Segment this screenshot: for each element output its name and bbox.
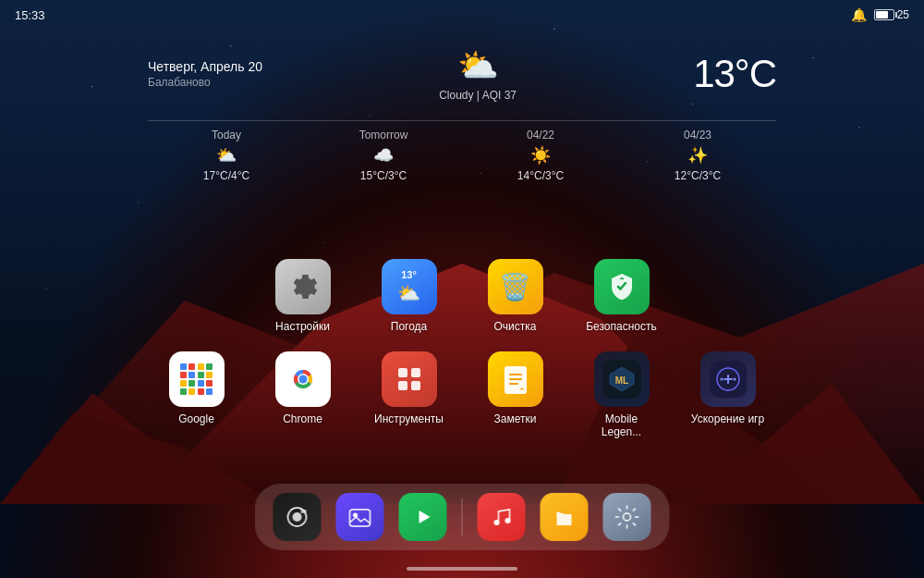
battery-bar xyxy=(874,9,894,20)
app-cleaner[interactable]: 🗑️ Очистка xyxy=(479,259,553,333)
weather-condition: Cloudy | AQI 37 xyxy=(439,89,517,102)
forecast-label-0422: 04/22 xyxy=(527,129,554,141)
app-weather[interactable]: 13° ⛅ Погода xyxy=(372,259,446,333)
security-app-label: Безопасность xyxy=(586,320,657,333)
home-indicator[interactable] xyxy=(407,567,517,571)
forecast-tomorrow: Tomorrow ☁️ 15°C/3°C xyxy=(305,129,462,182)
status-bar: 15:33 🔔 25 xyxy=(0,0,924,30)
svg-rect-25 xyxy=(350,510,371,526)
battery-percent: 25 xyxy=(897,8,909,21)
mlbb-app-label: Mobile Legen... xyxy=(585,412,659,438)
app-mlbb[interactable]: ML Mobile Legen... xyxy=(585,351,659,438)
svg-rect-13 xyxy=(398,381,407,390)
svg-rect-24 xyxy=(301,510,307,513)
status-time-date: 15:33 xyxy=(15,8,45,22)
mlbb-app-icon: ML xyxy=(594,351,650,407)
dock-camera[interactable] xyxy=(274,493,322,541)
svg-point-28 xyxy=(494,520,500,525)
cleaner-app-icon: 🗑️ xyxy=(488,259,543,314)
app-row-2: Google xyxy=(160,351,765,438)
forecast-label-tomorrow: Tomorrow xyxy=(359,129,408,141)
weather-location: Четверг, Апрель 20 Балабаново xyxy=(148,59,262,89)
app-row-1: Настройки 13° ⛅ Погода 🗑️ Очистка xyxy=(266,259,659,333)
cleaner-app-label: Очистка xyxy=(494,320,537,333)
tools-app-label: Инструменты xyxy=(374,412,444,425)
svg-point-23 xyxy=(293,512,302,522)
dock xyxy=(255,484,670,550)
svg-point-20 xyxy=(720,378,723,381)
svg-point-29 xyxy=(505,518,511,523)
dock-files[interactable] xyxy=(541,493,589,541)
dock-divider xyxy=(462,498,463,535)
weather-app-label: Погода xyxy=(391,320,428,333)
app-google[interactable]: Google xyxy=(160,351,234,425)
security-app-icon xyxy=(594,259,650,314)
svg-point-10 xyxy=(298,375,307,384)
weather-divider xyxy=(148,120,776,121)
dock-gallery[interactable] xyxy=(336,493,384,541)
gameacc-app-label: Ускорение игр xyxy=(691,412,764,425)
app-notes[interactable]: Заметки xyxy=(479,351,553,425)
svg-point-21 xyxy=(733,378,736,381)
google-app-label: Google xyxy=(178,412,214,425)
forecast-icon-today: ⛅ xyxy=(216,145,237,166)
svg-rect-12 xyxy=(411,368,420,377)
app-settings[interactable]: Настройки xyxy=(266,259,340,333)
settings-app-label: Настройки xyxy=(275,320,330,333)
weather-temp-main: 13°C xyxy=(693,52,776,96)
svg-marker-27 xyxy=(419,510,431,523)
dock-video[interactable] xyxy=(399,493,447,541)
weather-current: ⛅ Cloudy | AQI 37 xyxy=(439,46,517,102)
svg-rect-14 xyxy=(411,381,420,390)
settings-app-icon xyxy=(275,259,331,314)
weather-top-section: Четверг, Апрель 20 Балабаново ⛅ Cloudy |… xyxy=(148,46,776,113)
forecast-temp-0423: 12°C/3°C xyxy=(675,169,721,182)
svg-text:ML: ML xyxy=(614,375,627,386)
google-app-icon xyxy=(169,351,225,407)
forecast-icon-0423: ✨ xyxy=(687,145,708,166)
app-gameacc[interactable]: Ускорение игр xyxy=(691,351,765,425)
chrome-app-label: Chrome xyxy=(283,412,322,425)
svg-point-30 xyxy=(624,513,631,521)
battery-fill xyxy=(876,11,889,18)
forecast-icon-0422: ☀️ xyxy=(530,145,551,166)
forecast-temp-tomorrow: 15°C/3°C xyxy=(360,169,407,182)
notes-app-label: Заметки xyxy=(494,412,537,425)
forecast-today: Today ⛅ 17°C/4°C xyxy=(148,129,305,182)
weather-forecast: Today ⛅ 17°C/4°C Tomorrow ☁️ 15°C/3°C 04… xyxy=(148,129,776,182)
forecast-icon-tomorrow: ☁️ xyxy=(373,145,394,166)
weather-date: Четверг, Апрель 20 xyxy=(148,59,262,74)
gameacc-app-icon xyxy=(700,351,756,407)
app-tools[interactable]: Инструменты xyxy=(372,351,446,425)
dock-music[interactable] xyxy=(478,493,526,541)
svg-rect-11 xyxy=(398,368,407,377)
forecast-label-today: Today xyxy=(212,129,241,141)
forecast-temp-0422: 14°C/3°C xyxy=(517,169,564,182)
forecast-label-0423: 04/23 xyxy=(684,129,711,141)
weather-icon-large: ⛅ xyxy=(457,46,499,85)
status-right-icons: 🔔 25 xyxy=(851,7,909,22)
google-grid-icon xyxy=(180,363,213,395)
mute-icon: 🔔 xyxy=(851,7,867,22)
app-chrome[interactable]: Chrome xyxy=(266,351,340,425)
battery-indicator: 25 xyxy=(874,8,909,21)
app-grid: Настройки 13° ⛅ Погода 🗑️ Очистка xyxy=(0,259,924,438)
weather-widget: Четверг, Апрель 20 Балабаново ⛅ Cloudy |… xyxy=(148,46,776,182)
notes-app-icon xyxy=(488,351,543,407)
forecast-temp-today: 17°C/4°C xyxy=(203,169,249,182)
dock-settings-item[interactable] xyxy=(603,493,651,541)
weather-city: Балабаново xyxy=(148,76,262,89)
forecast-0422: 04/22 ☀️ 14°C/3°C xyxy=(462,129,619,182)
app-security[interactable]: Безопасность xyxy=(585,259,659,333)
chrome-app-icon xyxy=(275,351,331,407)
weather-app-icon: 13° ⛅ xyxy=(382,259,437,314)
tools-app-icon xyxy=(382,351,437,407)
forecast-0423: 04/23 ✨ 12°C/3°C xyxy=(619,129,776,182)
